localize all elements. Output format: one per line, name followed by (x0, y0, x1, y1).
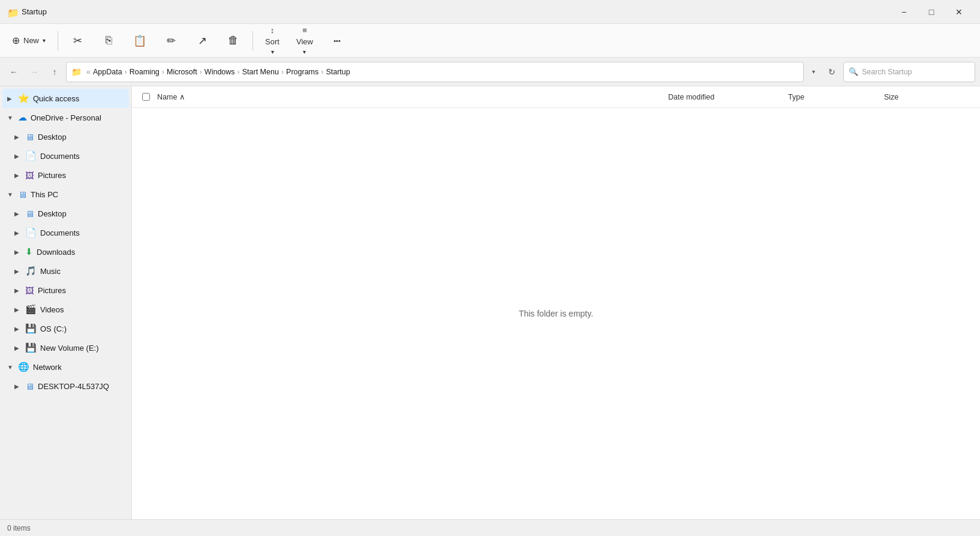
column-type[interactable]: Type (783, 93, 879, 101)
folder-icon-pictures2: 🖼 (25, 285, 34, 296)
refresh-button[interactable]: ↻ (823, 63, 841, 81)
search-box[interactable]: 🔍 Search Startup (843, 62, 975, 82)
expand-icon-pictures2[interactable]: ▶ (14, 287, 22, 294)
title-bar-controls: − □ ✕ (890, 2, 973, 22)
expand-icon-pictures1[interactable]: ▶ (14, 172, 22, 179)
expand-icon-documents2[interactable]: ▶ (14, 230, 22, 236)
sidebar-label-desktop1: Desktop (38, 133, 67, 141)
sidebar-item-documents2[interactable]: ▶📄Documents (2, 223, 129, 242)
folder-icon-music: 🎵 (25, 266, 37, 276)
more-icon: ••• (333, 37, 341, 44)
sort-button[interactable]: ↕ Sort ▾ (258, 26, 287, 55)
back-button[interactable]: ← (5, 63, 23, 81)
folder-icon-desktop-pc: 🖥 (25, 381, 34, 392)
sidebar-label-quick-access: Quick access (33, 94, 79, 103)
sidebar-item-desktop1[interactable]: ▶🖥Desktop (2, 127, 129, 146)
minimize-button[interactable]: − (890, 2, 918, 22)
folder-icon-new-volume: 💾 (25, 342, 37, 353)
sidebar-label-pictures1: Pictures (38, 171, 66, 180)
delete-button[interactable]: 🗑 (219, 26, 248, 55)
sidebar-item-videos[interactable]: ▶🎬Videos (2, 300, 129, 319)
expand-icon-music[interactable]: ▶ (14, 268, 22, 275)
more-button[interactable]: ••• (323, 26, 351, 55)
sidebar-label-desktop2: Desktop (38, 209, 67, 218)
expand-icon-os-c[interactable]: ▶ (14, 326, 22, 332)
expand-icon-onedrive[interactable]: ▼ (7, 115, 14, 121)
column-name-label: Name (157, 93, 177, 101)
expand-icon-desktop-pc[interactable]: ▶ (14, 383, 22, 390)
expand-icon-this-pc[interactable]: ▼ (7, 191, 14, 198)
expand-icon-documents1[interactable]: ▶ (14, 153, 22, 159)
sidebar-item-os-c[interactable]: ▶💾OS (C:) (2, 319, 129, 338)
select-all-checkbox[interactable] (142, 93, 150, 101)
sidebar-label-pictures2: Pictures (38, 286, 66, 295)
sidebar-item-pictures2[interactable]: ▶🖼Pictures (2, 281, 129, 300)
column-date-modified[interactable]: Date modified (663, 93, 783, 101)
sidebar-label-this-pc: This PC (31, 190, 58, 199)
expand-icon-quick-access[interactable]: ▶ (7, 95, 14, 102)
breadcrumb-dropdown-button[interactable]: ▾ (806, 63, 820, 81)
sidebar-item-pictures1[interactable]: ▶🖼Pictures (2, 165, 129, 185)
expand-icon-new-volume[interactable]: ▶ (14, 345, 22, 351)
expand-icon-desktop1[interactable]: ▶ (14, 134, 22, 140)
breadcrumb-startup[interactable]: Startup (326, 68, 350, 76)
folder-icon-documents1: 📄 (25, 150, 37, 161)
copy-button[interactable]: ⎘ (94, 26, 123, 55)
file-area: Name ∧ Date modified Type Size This fold… (132, 86, 980, 519)
folder-icon-videos: 🎬 (25, 304, 37, 315)
column-size[interactable]: Size (879, 93, 939, 101)
cut-icon: ✂ (73, 34, 82, 47)
sort-icon: ↕ (270, 26, 275, 35)
header-checkbox[interactable] (137, 93, 155, 101)
sidebar-item-downloads[interactable]: ▶⬇Downloads (2, 242, 129, 261)
sidebar-item-onedrive[interactable]: ▼☁OneDrive - Personal (2, 108, 129, 127)
breadcrumb-startmenu[interactable]: Start Menu (242, 68, 279, 76)
separator-2 (252, 31, 253, 50)
folder-icon-desktop1: 🖥 (25, 132, 34, 142)
title-bar: 📁 Startup − □ ✕ (0, 0, 980, 24)
folder-icon-os-c: 💾 (25, 323, 37, 334)
sidebar-label-music: Music (40, 267, 61, 276)
file-header: Name ∧ Date modified Type Size (132, 86, 980, 108)
search-placeholder: Search Startup (862, 68, 912, 76)
expand-icon-downloads[interactable]: ▶ (14, 249, 22, 255)
share-icon: ↗ (198, 34, 207, 47)
paste-icon: 📋 (133, 34, 146, 47)
folder-icon-network: 🌐 (18, 362, 29, 372)
breadcrumb-appdata[interactable]: AppData (93, 68, 122, 76)
maximize-button[interactable]: □ (918, 2, 945, 22)
window-title: Startup (22, 7, 47, 16)
expand-icon-network[interactable]: ▼ (7, 364, 14, 371)
sidebar-item-new-volume[interactable]: ▶💾New Volume (E:) (2, 338, 129, 357)
share-button[interactable]: ↗ (188, 26, 217, 55)
rename-button[interactable]: ✏ (157, 26, 185, 55)
expand-icon-videos[interactable]: ▶ (14, 306, 22, 313)
paste-button[interactable]: 📋 (125, 26, 154, 55)
view-button[interactable]: ≡ View ▾ (289, 26, 320, 55)
sidebar-item-desktop-pc[interactable]: ▶🖥DESKTOP-4L537JQ (2, 377, 129, 396)
forward-button[interactable]: → (25, 63, 43, 81)
delete-icon: 🗑 (228, 34, 239, 47)
column-name[interactable]: Name ∧ (155, 92, 663, 101)
close-button[interactable]: ✕ (945, 2, 973, 22)
breadcrumb[interactable]: 📁 « AppData › Roaming › Microsoft › Wind… (66, 62, 804, 82)
sidebar-item-this-pc[interactable]: ▼🖥This PC (2, 185, 129, 204)
new-icon: ⊕ (12, 35, 20, 46)
breadcrumb-roaming[interactable]: Roaming (130, 68, 160, 76)
expand-icon-desktop2[interactable]: ▶ (14, 210, 22, 217)
sidebar-item-desktop2[interactable]: ▶🖥Desktop (2, 204, 129, 223)
sidebar-label-desktop-pc: DESKTOP-4L537JQ (38, 382, 109, 391)
sidebar-item-quick-access[interactable]: ▶⭐Quick access (2, 89, 129, 108)
new-label: New (23, 36, 39, 45)
new-button[interactable]: ⊕ New ▾ (5, 26, 53, 55)
folder-icon-downloads: ⬇ (25, 246, 33, 257)
breadcrumb-programs[interactable]: Programs (286, 68, 318, 76)
breadcrumb-microsoft[interactable]: Microsoft (167, 68, 197, 76)
sidebar-item-music[interactable]: ▶🎵Music (2, 261, 129, 281)
up-button[interactable]: ↑ (46, 63, 64, 81)
cut-button[interactable]: ✂ (63, 26, 92, 55)
sidebar-label-downloads: Downloads (37, 248, 75, 257)
breadcrumb-windows[interactable]: Windows (205, 68, 235, 76)
sidebar-item-documents1[interactable]: ▶📄Documents (2, 146, 129, 165)
sidebar-item-network[interactable]: ▼🌐Network (2, 357, 129, 377)
